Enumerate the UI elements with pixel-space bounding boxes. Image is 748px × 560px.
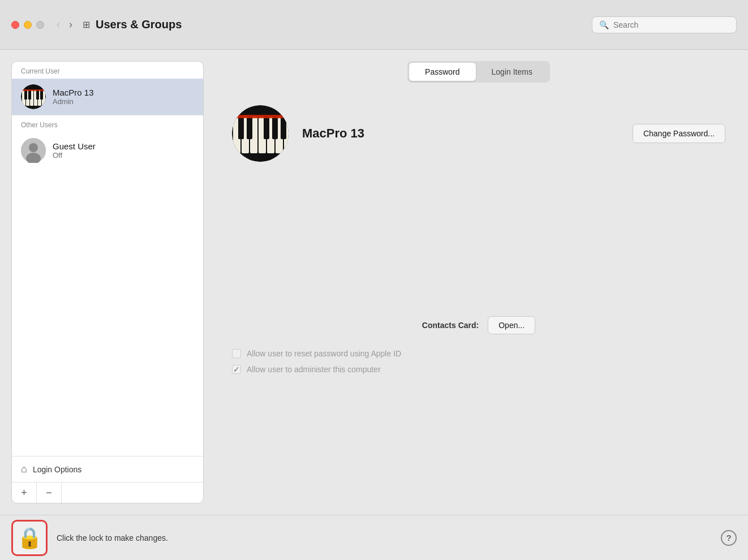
open-contacts-button[interactable]: Open...	[488, 316, 535, 334]
grid-icon[interactable]: ⊞	[83, 19, 90, 30]
reset-password-checkbox[interactable]	[232, 349, 241, 358]
guest-avatar-svg	[21, 138, 46, 163]
tab-password[interactable]: Password	[409, 63, 475, 81]
home-icon: ⌂	[21, 463, 27, 475]
search-input[interactable]	[613, 20, 729, 29]
svg-rect-8	[24, 90, 27, 100]
lock-text: Click the lock to make changes.	[57, 533, 168, 542]
window-title: Users & Groups	[96, 18, 592, 31]
tabs: Password Login Items	[407, 61, 550, 83]
bottom-bar: 🔒 Click the lock to make changes. ?	[0, 515, 748, 560]
search-icon: 🔍	[599, 20, 609, 29]
tab-login-items[interactable]: Login Items	[476, 63, 548, 81]
help-button[interactable]: ?	[721, 530, 737, 546]
panel-spacer	[221, 190, 737, 316]
sidebar-item-guest[interactable]: Guest User Off	[12, 132, 203, 169]
checkbox-row-1: Allow user to reset password using Apple…	[221, 346, 737, 361]
svg-rect-30	[232, 115, 289, 118]
current-user-label: Current User	[12, 62, 203, 79]
forward-button[interactable]: ›	[66, 16, 76, 33]
sidebar-item-current-user[interactable]: MacPro 13 Admin	[12, 79, 203, 115]
sidebar-item-name: MacPro 13	[53, 88, 94, 97]
checkbox-row-2: ✓ Allow user to administer this computer	[221, 361, 737, 377]
contacts-section: Contacts Card: Open...	[232, 316, 725, 334]
guest-user-name: Guest User	[53, 141, 96, 151]
sidebar-buttons: + −	[12, 482, 203, 503]
sidebar-item-info-guest: Guest User Off	[53, 141, 96, 160]
sidebar-spacer	[12, 169, 203, 456]
sidebar-item-info-current: MacPro 13 Admin	[53, 88, 94, 106]
other-users-label: Other Users	[12, 115, 203, 132]
svg-rect-12	[21, 89, 46, 91]
titlebar: ‹ › ⊞ Users & Groups 🔍	[0, 0, 748, 50]
add-user-button[interactable]: +	[12, 483, 37, 503]
user-avatar-large	[232, 105, 289, 162]
svg-rect-25	[238, 117, 244, 139]
svg-rect-26	[247, 117, 252, 139]
login-options-item[interactable]: ⌂ Login Options	[12, 456, 203, 482]
piano-avatar-svg	[21, 84, 46, 109]
svg-point-14	[29, 143, 38, 152]
guest-user-status: Off	[53, 151, 96, 160]
svg-rect-28	[272, 117, 278, 139]
avatar-guest	[21, 138, 46, 163]
avatar-macpro	[21, 84, 46, 109]
remove-user-button[interactable]: −	[37, 483, 62, 503]
search-bar: 🔍	[592, 16, 737, 33]
user-name-large: MacPro 13	[302, 126, 619, 141]
back-button[interactable]: ‹	[53, 16, 63, 33]
contacts-card-label: Contacts Card:	[422, 321, 479, 330]
admin-label: Allow user to administer this computer	[247, 365, 381, 374]
user-section: MacPro 13 Change Password...	[221, 100, 737, 167]
nav-arrows: ‹ ›	[53, 16, 76, 33]
reset-password-label: Allow user to reset password using Apple…	[247, 349, 401, 358]
right-panel: Password Login Items	[204, 61, 737, 503]
svg-rect-9	[28, 90, 31, 100]
tabs-container: Password Login Items	[221, 61, 737, 83]
svg-rect-10	[36, 90, 39, 100]
close-button[interactable]	[11, 21, 19, 29]
lock-button[interactable]: 🔒	[11, 520, 48, 556]
piano-avatar-large-svg	[232, 105, 289, 162]
minimize-button[interactable]	[24, 21, 32, 29]
sidebar-item-role: Admin	[53, 97, 94, 106]
admin-checkbox[interactable]: ✓	[232, 365, 241, 374]
svg-rect-29	[281, 117, 286, 139]
lock-icon: 🔒	[17, 526, 42, 550]
change-password-button[interactable]: Change Password...	[633, 124, 725, 143]
svg-rect-27	[264, 117, 269, 139]
svg-rect-11	[40, 90, 43, 100]
login-options-label: Login Options	[33, 465, 81, 474]
sidebar: Current User	[11, 61, 204, 503]
main-content: Current User	[0, 50, 748, 515]
traffic-lights	[11, 21, 44, 29]
maximize-button[interactable]	[36, 21, 44, 29]
panel-spacer-2	[221, 377, 737, 503]
